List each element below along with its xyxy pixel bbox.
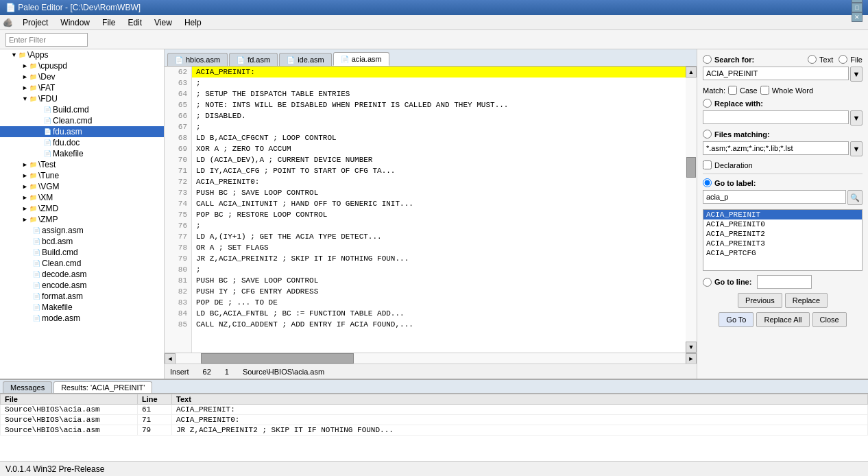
- tree-item-Tune[interactable]: ►📁\Tune: [0, 170, 164, 181]
- tree-item-fdudoc[interactable]: 📄fdu.doc: [0, 137, 164, 148]
- text-label: Text: [819, 56, 833, 64]
- filter-input[interactable]: [5, 33, 88, 47]
- scroll-thumb[interactable]: [686, 157, 696, 178]
- tree-item-Makefile[interactable]: 📄Makefile: [0, 148, 164, 159]
- tab-aciaasm[interactable]: 📄acia.asm: [333, 52, 389, 66]
- tab-label: fd.asm: [248, 56, 270, 64]
- menu-view[interactable]: View: [149, 16, 178, 29]
- hscroll-track[interactable]: [176, 353, 686, 364]
- tree-item-Buildcmd[interactable]: 📄Build.cmd: [0, 104, 164, 115]
- whole-word-checkbox[interactable]: [760, 86, 769, 95]
- menu-help[interactable]: Help: [179, 16, 207, 29]
- tree-item-ZMD[interactable]: ►📁\ZMD: [0, 203, 164, 214]
- line-number-79: 79: [165, 253, 191, 264]
- goto-label-radio[interactable]: [703, 178, 712, 187]
- result-row-2[interactable]: Source\HBIOS\acia.asm79JR Z,ACIA_PREINIT…: [1, 425, 868, 436]
- files-dropdown-button[interactable]: ▼: [850, 141, 863, 156]
- tab-hbiosasm[interactable]: 📄hbios.asm: [167, 53, 228, 66]
- status-bar: Insert 62 1 Source\HBIOS\acia.asm: [165, 364, 697, 379]
- result-line: 79: [138, 425, 172, 436]
- replace-dropdown-button[interactable]: ▼: [850, 110, 863, 126]
- tree-item-Apps[interactable]: ▼📁\Apps: [0, 49, 164, 60]
- tree-item-FDU[interactable]: ▼📁\FDU: [0, 93, 164, 104]
- menu-window[interactable]: Window: [55, 16, 95, 29]
- tree-item-decodeasm[interactable]: 📄decode.asm: [0, 269, 164, 280]
- menu-edit[interactable]: Edit: [122, 16, 147, 29]
- label-listbox[interactable]: ACIA_PREINITACIA_PREINIT0ACIA_PREINIT2AC…: [703, 209, 863, 271]
- tree-item-VGM[interactable]: ►📁\VGM: [0, 181, 164, 192]
- tab-ideasm[interactable]: 📄ide.asm: [279, 53, 332, 66]
- tree-container: ▼📁\Apps►📁\cpuspd►📁\Dev►📁\FAT▼📁\FDU📄Build…: [0, 49, 164, 324]
- file-icon: 📄: [44, 106, 51, 113]
- file-radio[interactable]: [839, 55, 847, 64]
- scroll-up-button[interactable]: ▲: [686, 67, 697, 78]
- tree-item-ZMP[interactable]: ►📁\ZMP: [0, 214, 164, 225]
- previous-button[interactable]: Previous: [738, 293, 782, 308]
- declaration-checkbox[interactable]: [703, 160, 712, 169]
- tab-fdasm[interactable]: 📄fd.asm: [229, 53, 278, 66]
- text-radio[interactable]: [808, 55, 817, 64]
- listbox-item-4[interactable]: ACIA_PRTCFG: [703, 248, 862, 258]
- button-row-1: Previous Replace: [703, 293, 863, 308]
- result-row-1[interactable]: Source\HBIOS\acia.asm71ACIA_PREINIT0:: [1, 415, 868, 425]
- results-table: File Line Text Source\HBIOS\acia.asm61AC…: [0, 394, 868, 436]
- replace-button[interactable]: Replace: [785, 293, 828, 308]
- tree-item-bcdasm[interactable]: 📄bcd.asm: [0, 236, 164, 247]
- tree-item-Makefile[interactable]: 📄Makefile: [0, 302, 164, 313]
- case-checkbox[interactable]: [728, 86, 737, 95]
- tree-item-Cleancmd[interactable]: 📄Clean.cmd: [0, 115, 164, 126]
- line-number-83: 83: [165, 297, 191, 308]
- search-input[interactable]: [703, 67, 849, 80]
- tree-item-formatasm[interactable]: 📄format.asm: [0, 291, 164, 302]
- editor-wrapper: 6263646566676869707172737475767778798081…: [165, 67, 697, 353]
- listbox-item-1[interactable]: ACIA_PREINIT0: [703, 219, 862, 229]
- listbox-item-0[interactable]: ACIA_PREINIT: [703, 210, 862, 219]
- line-numbers: 6263646566676869707172737475767778798081…: [165, 67, 192, 353]
- goto-line-radio[interactable]: [703, 278, 712, 287]
- scroll-right-button[interactable]: ►: [686, 353, 697, 364]
- horizontal-scrollbar[interactable]: ◄ ►: [165, 353, 697, 364]
- line-number-81: 81: [165, 275, 191, 286]
- menu-file[interactable]: File: [97, 16, 121, 29]
- files-pattern-input[interactable]: [703, 141, 849, 155]
- search-text-radio[interactable]: [703, 55, 712, 64]
- tree-item-FAT[interactable]: ►📁\FAT: [0, 82, 164, 93]
- scroll-left-button[interactable]: ◄: [165, 353, 176, 364]
- tree-item-XM[interactable]: ►📁\XM: [0, 192, 164, 203]
- goto-line-input[interactable]: [757, 275, 812, 289]
- search-dropdown-button[interactable]: ▼: [850, 67, 863, 82]
- listbox-item-3[interactable]: ACIA_PREINIT3: [703, 239, 862, 248]
- tree-item-encodeasm[interactable]: 📄encode.asm: [0, 280, 164, 291]
- tree-item-modeasm[interactable]: 📄mode.asm: [0, 313, 164, 324]
- scroll-down-button[interactable]: ▼: [686, 342, 697, 353]
- goto-button[interactable]: Go To: [719, 312, 754, 327]
- result-row-0[interactable]: Source\HBIOS\acia.asm61ACIA_PREINIT:: [1, 405, 868, 415]
- tree-item-Buildcmd[interactable]: 📄Build.cmd: [0, 247, 164, 258]
- close-panel-button[interactable]: Close: [812, 312, 847, 327]
- vertical-scrollbar[interactable]: ▲ ▼: [686, 67, 697, 353]
- tree-item-Test[interactable]: ►📁\Test: [0, 159, 164, 170]
- replace-all-button[interactable]: Replace All: [756, 312, 809, 327]
- files-radio[interactable]: [703, 130, 712, 139]
- tree-item-fduasm[interactable]: 📄fdu.asm: [0, 126, 164, 137]
- close-button[interactable]: ✕: [852, 12, 863, 22]
- folder-icon: 📁: [19, 51, 26, 58]
- tree-item-Cleancmd[interactable]: 📄Clean.cmd: [0, 258, 164, 269]
- goto-label-search-button[interactable]: 🔍: [847, 190, 863, 205]
- scroll-track[interactable]: [686, 78, 697, 342]
- tab-results[interactable]: Results: 'ACIA_PREINIT': [53, 381, 152, 393]
- maximize-button[interactable]: □: [852, 3, 863, 12]
- tab-messages[interactable]: Messages: [3, 381, 52, 393]
- tree-item-Dev[interactable]: ►📁\Dev: [0, 71, 164, 82]
- replace-radio[interactable]: [703, 99, 712, 108]
- code-line-78: OR A ; SET FLAGS: [192, 242, 697, 253]
- code-editor[interactable]: 6263646566676869707172737475767778798081…: [165, 67, 697, 353]
- listbox-item-2[interactable]: ACIA_PREINIT2: [703, 229, 862, 239]
- goto-label-input[interactable]: [703, 190, 846, 204]
- replace-input[interactable]: [703, 110, 849, 124]
- tree-item-assignasm[interactable]: 📄assign.asm: [0, 225, 164, 236]
- menu-project[interactable]: Project: [17, 16, 53, 29]
- hscroll-thumb[interactable]: [201, 353, 354, 364]
- tree-label: Build.cmd: [53, 105, 89, 115]
- tree-item-cpuspd[interactable]: ►📁\cpuspd: [0, 60, 164, 71]
